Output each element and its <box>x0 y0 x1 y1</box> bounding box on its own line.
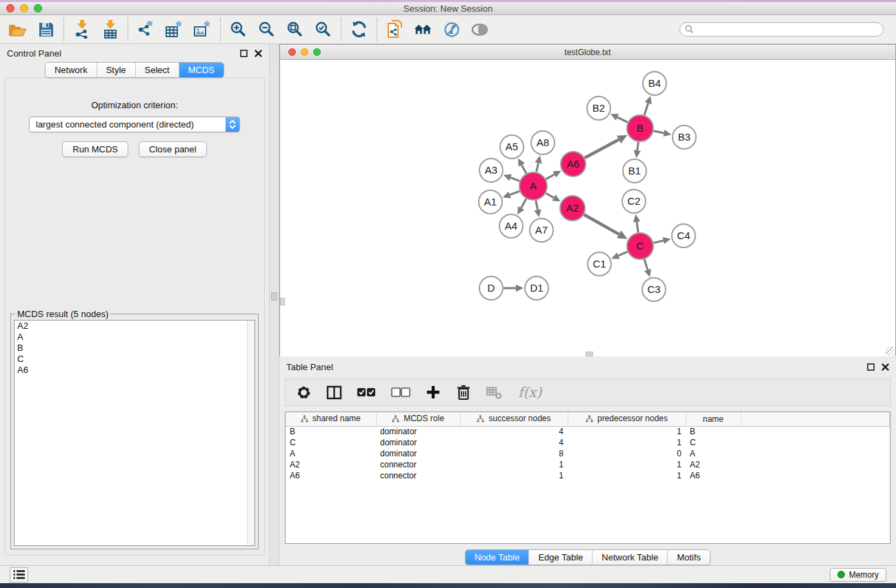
zoom-fit-icon[interactable] <box>286 20 304 39</box>
new-network-from-selection-icon[interactable] <box>386 20 404 39</box>
zoom-in-icon[interactable] <box>229 20 248 39</box>
show-hide-icon[interactable] <box>470 20 489 39</box>
graph-edge[interactable] <box>644 259 648 270</box>
table-row[interactable]: Bdominator41B <box>286 426 890 437</box>
graph-edge[interactable] <box>521 165 526 173</box>
node-table[interactable]: shared nameMCDS rolesuccessor nodesprede… <box>285 412 890 544</box>
table-cell[interactable]: dominator <box>376 448 460 459</box>
table-row[interactable]: Adominator80A <box>286 448 890 459</box>
window-controls[interactable] <box>6 4 42 12</box>
mcds-result-list[interactable]: A2ABCA6 <box>14 320 255 546</box>
table-cell[interactable]: A6 <box>686 470 741 481</box>
graph-edge[interactable] <box>546 174 554 179</box>
table-row[interactable]: Cdominator41C <box>286 437 890 448</box>
graph-edge[interactable] <box>637 142 639 150</box>
table-cell[interactable]: A <box>686 448 741 459</box>
graph-edge[interactable] <box>537 163 539 172</box>
panel-splitter[interactable] <box>269 44 279 565</box>
graph-edge[interactable] <box>510 178 519 181</box>
tab-motifs[interactable]: Motifs <box>667 550 710 565</box>
result-scrollbar[interactable] <box>247 321 255 545</box>
network-minimize-button[interactable] <box>301 48 308 56</box>
list-item[interactable]: A2 <box>14 321 255 332</box>
home-icon[interactable] <box>414 20 432 39</box>
close-panel-button[interactable]: Close panel <box>139 141 207 157</box>
tab-style[interactable]: Style <box>97 63 135 77</box>
close-window-button[interactable] <box>6 4 14 12</box>
column-header[interactable]: name <box>686 412 741 426</box>
float-table-panel-icon[interactable] <box>867 363 875 371</box>
column-header[interactable]: predecessor nodes <box>568 412 686 426</box>
tab-node-table[interactable]: Node Table <box>466 550 529 565</box>
zoom-selected-icon[interactable] <box>314 20 332 39</box>
network-canvas[interactable]: B4B2BB3A5A8A6A3AB1A1C2A2A4A7CC4C1C3DD1 <box>280 60 895 356</box>
hide-graphics-details-icon[interactable]: f <box>442 20 461 39</box>
list-item[interactable]: A <box>14 332 255 343</box>
table-cell[interactable]: dominator <box>376 426 460 437</box>
table-cell[interactable]: A <box>286 448 376 459</box>
network-close-button[interactable] <box>288 48 296 56</box>
tab-network[interactable]: Network <box>46 63 97 77</box>
tab-mcds[interactable]: MCDS <box>179 63 223 77</box>
select-all-rows-icon[interactable] <box>356 384 377 401</box>
table-cell[interactable]: B <box>686 426 741 437</box>
table-cell[interactable]: A6 <box>286 470 376 481</box>
zoom-window-button[interactable] <box>34 4 42 12</box>
graph-edge[interactable] <box>653 241 663 243</box>
graph-edge[interactable] <box>644 103 648 115</box>
delete-table-icon[interactable] <box>486 384 502 401</box>
graph-edge[interactable] <box>654 131 664 133</box>
search-box[interactable] <box>679 22 884 37</box>
graph-edge[interactable] <box>617 117 628 122</box>
tab-edge-table[interactable]: Edge Table <box>528 550 592 565</box>
table-cell[interactable]: connector <box>376 459 460 470</box>
table-cell[interactable]: 4 <box>460 437 568 448</box>
table-cell[interactable]: connector <box>376 470 460 481</box>
table-row[interactable]: A2connector11A2 <box>286 459 890 470</box>
window-resize-grip[interactable] <box>886 347 895 356</box>
minimize-window-button[interactable] <box>20 4 28 12</box>
graph-edge[interactable] <box>546 193 554 198</box>
refresh-layout-icon[interactable] <box>350 20 368 39</box>
network-zoom-button[interactable] <box>313 48 321 56</box>
table-cell[interactable]: C <box>686 437 741 448</box>
table-cell[interactable]: 1 <box>568 426 686 437</box>
graph-edge[interactable] <box>637 222 638 232</box>
save-session-icon[interactable] <box>37 20 55 39</box>
open-file-icon[interactable] <box>8 20 27 39</box>
table-cell[interactable]: 8 <box>460 448 568 459</box>
criterion-select[interactable]: largest connected component (directed) <box>29 116 240 132</box>
table-cell[interactable]: 1 <box>568 470 686 481</box>
run-mcds-button[interactable]: Run MCDS <box>62 141 128 157</box>
table-cell[interactable]: A2 <box>686 459 741 470</box>
list-item[interactable]: B <box>14 343 255 354</box>
canvas-bottom-scroll-nub[interactable] <box>586 352 593 356</box>
splitter-handle[interactable] <box>271 292 277 301</box>
table-cell[interactable]: dominator <box>376 437 460 448</box>
export-table-icon[interactable] <box>165 20 183 39</box>
delete-column-icon[interactable] <box>455 384 472 401</box>
table-cell[interactable]: 1 <box>568 459 686 470</box>
export-image-icon[interactable] <box>193 20 212 39</box>
graph-edge[interactable] <box>510 191 519 194</box>
import-network-icon[interactable] <box>72 20 91 39</box>
gear-icon[interactable] <box>295 384 312 401</box>
memory-button[interactable]: Memory <box>830 568 886 582</box>
column-header[interactable]: MCDS role <box>376 412 460 426</box>
tab-network-table[interactable]: Network Table <box>592 550 667 565</box>
float-panel-icon[interactable] <box>240 50 248 57</box>
canvas-left-scroll-nub[interactable] <box>280 298 285 305</box>
table-cell[interactable]: 0 <box>568 448 686 459</box>
function-builder-icon[interactable]: f(x) <box>516 384 544 401</box>
table-cell[interactable]: B <box>286 426 376 437</box>
list-item[interactable]: C <box>14 354 255 365</box>
table-cell[interactable]: 4 <box>460 426 568 437</box>
column-header[interactable]: successor nodes <box>460 412 568 426</box>
table-cell[interactable]: 1 <box>460 459 568 470</box>
task-history-button[interactable] <box>10 567 28 582</box>
deselect-all-rows-icon[interactable] <box>390 384 411 401</box>
graph-edge[interactable] <box>521 199 526 207</box>
add-column-icon[interactable] <box>425 384 441 401</box>
table-cell[interactable]: 1 <box>568 437 686 448</box>
table-columns-icon[interactable] <box>326 384 342 401</box>
